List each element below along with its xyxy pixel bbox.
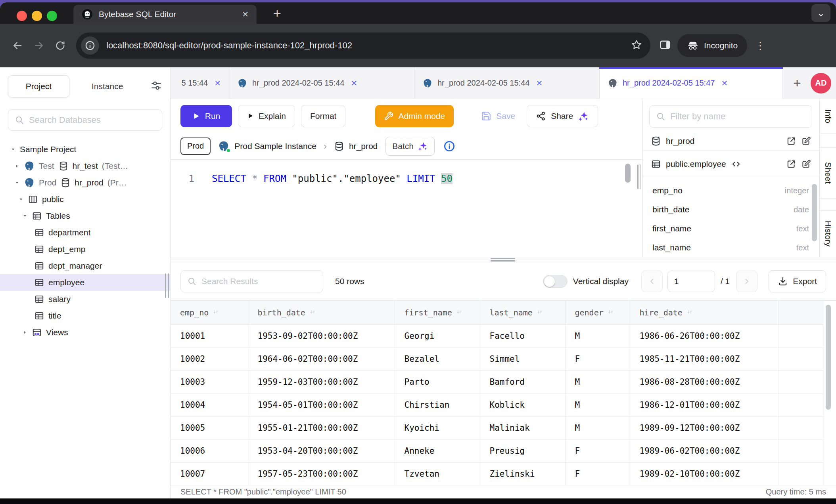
minimize-window-button[interactable] <box>32 11 42 21</box>
cell-last_name[interactable]: Koblick <box>480 393 565 416</box>
cell-last_name[interactable]: Preusig <box>480 439 565 462</box>
sort-icon[interactable] <box>686 309 693 316</box>
caret-right-icon[interactable] <box>14 163 20 169</box>
browser-tab[interactable]: Bytebase SQL Editor ✕ <box>73 5 257 24</box>
tree-item-test-database[interactable]: Test hr_test (Test… <box>8 158 162 174</box>
cell-first_name[interactable]: Kyoichi <box>395 416 480 439</box>
cell-hire_date[interactable]: 1989-09-12T00:00:00Z <box>630 416 778 439</box>
tab-history[interactable]: History <box>820 210 836 257</box>
tree-item-table-department[interactable]: department <box>8 224 162 241</box>
cell-birth_date[interactable]: 1954-05-01T00:00:00Z <box>248 393 395 416</box>
tab-instance[interactable]: Instance <box>92 82 123 91</box>
cell-last_name[interactable]: Zielinski <box>480 462 565 485</box>
cell-gender[interactable]: F <box>565 347 630 370</box>
tree-item-table-dept_manager[interactable]: dept_manager <box>8 258 162 274</box>
results-scrollbar[interactable] <box>823 301 833 485</box>
close-sheet-icon[interactable]: ✕ <box>351 78 357 88</box>
close-sheet-icon[interactable]: ✕ <box>214 78 221 88</box>
site-info-icon[interactable] <box>81 36 99 55</box>
cell-first_name[interactable]: Parto <box>395 370 480 393</box>
tree-item-views-group[interactable]: Views <box>8 324 162 341</box>
admin-mode-button[interactable]: Admin mode <box>375 105 454 127</box>
forward-button[interactable] <box>30 37 48 54</box>
user-avatar[interactable]: AD <box>811 73 831 94</box>
database-search-input[interactable] <box>29 115 155 125</box>
page-number-input[interactable] <box>667 271 715 292</box>
url-text[interactable]: localhost:8080/sql-editor/prod-sample-in… <box>106 40 631 51</box>
cell-birth_date[interactable]: 1955-01-21T00:00:00Z <box>248 416 395 439</box>
caret-down-icon[interactable] <box>18 197 24 202</box>
caret-down-icon[interactable] <box>14 180 20 185</box>
cell-birth_date[interactable]: 1957-05-23T00:00:00Z <box>248 462 395 485</box>
save-button[interactable]: Save <box>476 105 521 127</box>
new-sheet-button[interactable]: + <box>789 75 805 91</box>
tree-item-table-employee[interactable]: employee <box>0 274 170 291</box>
tree-item-table-salary[interactable]: salary <box>8 291 162 307</box>
column-header-last_name[interactable]: last_name <box>480 301 565 325</box>
cell-first_name[interactable]: Anneke <box>395 439 480 462</box>
bookmark-star-icon[interactable] <box>631 39 642 52</box>
column-header-first_name[interactable]: first_name <box>395 301 480 325</box>
cell-gender[interactable]: M <box>565 370 630 393</box>
table-row[interactable]: 100061953-04-20T00:00:00ZAnnekePreusigF1… <box>171 439 823 462</box>
edit-icon[interactable] <box>801 136 811 146</box>
tree-item-project[interactable]: Sample Project <box>8 141 162 158</box>
sort-icon[interactable] <box>309 309 316 316</box>
cell-last_name[interactable]: Bamford <box>480 370 565 393</box>
sheet-tab-1[interactable]: 5 15:44 ✕ <box>171 67 229 99</box>
open-external-icon[interactable] <box>786 136 796 146</box>
cell-birth_date[interactable]: 1953-04-20T00:00:00Z <box>248 439 395 462</box>
table-row[interactable]: 100071957-05-23T00:00:00ZTzvetanZielinsk… <box>171 462 823 485</box>
cell-hire_date[interactable]: 1986-08-28T00:00:00Z <box>630 370 778 393</box>
tree-item-prod-database[interactable]: Prod hr_prod (Pr… <box>8 174 162 191</box>
schema-column[interactable]: emp_no integer <box>652 181 809 200</box>
tab-sheet[interactable]: Sheet <box>820 147 836 199</box>
sheet-tab-3[interactable]: hr_prod 2024-02-05 15:44 ✕ <box>414 67 600 99</box>
schema-table-row[interactable]: public.employee <box>643 151 819 177</box>
schema-scrollbar[interactable] <box>812 184 817 241</box>
run-button[interactable]: Run <box>180 105 232 127</box>
address-bar[interactable]: localhost:8080/sql-editor/prod-sample-in… <box>76 32 650 59</box>
sheet-tab-2[interactable]: hr_prod 2024-02-05 15:44 ✕ <box>229 67 414 99</box>
cell-hire_date[interactable]: 1986-06-26T00:00:00Z <box>630 325 778 347</box>
cell-last_name[interactable]: Facello <box>480 325 565 347</box>
results-search[interactable] <box>180 270 323 292</box>
sort-icon[interactable] <box>537 309 543 316</box>
new-browser-tab-button[interactable]: + <box>268 4 286 22</box>
previous-page-button[interactable] <box>641 271 663 292</box>
cell-emp_no[interactable]: 10001 <box>171 325 248 347</box>
filter-settings-icon[interactable] <box>150 80 162 93</box>
sort-icon[interactable] <box>213 309 219 316</box>
schema-filter-input[interactable] <box>670 111 805 122</box>
divider-handle-icon[interactable] <box>491 258 515 262</box>
tree-item-table-title[interactable]: title <box>8 307 162 324</box>
tab-project[interactable]: Project <box>8 75 69 97</box>
sheet-tab-4-active[interactable]: hr_prod 2024-02-05 15:47 ✕ <box>600 67 783 99</box>
format-button[interactable]: Format <box>301 105 346 127</box>
tree-item-table-dept_emp[interactable]: dept_emp <box>8 241 162 258</box>
open-external-icon[interactable] <box>786 159 796 169</box>
cell-birth_date[interactable]: 1959-12-03T00:00:00Z <box>248 370 395 393</box>
table-row[interactable]: 100031959-12-03T00:00:00ZPartoBamfordM19… <box>171 370 823 393</box>
cell-first_name[interactable]: Bezalel <box>395 347 480 370</box>
cell-first_name[interactable]: Georgi <box>395 325 480 347</box>
cell-emp_no[interactable]: 10006 <box>171 439 248 462</box>
cell-first_name[interactable]: Chirstian <box>395 393 480 416</box>
cell-birth_date[interactable]: 1953-09-02T00:00:00Z <box>248 325 395 347</box>
cell-emp_no[interactable]: 10003 <box>171 370 248 393</box>
cell-gender[interactable]: M <box>565 393 630 416</box>
edit-icon[interactable] <box>801 159 811 169</box>
tree-item-tables-group[interactable]: Tables <box>8 208 162 224</box>
cell-last_name[interactable]: Simmel <box>480 347 565 370</box>
cell-hire_date[interactable]: 1989-02-10T00:00:00Z <box>630 462 778 485</box>
side-panel-icon[interactable] <box>659 39 671 52</box>
table-row[interactable]: 100021964-06-02T00:00:00ZBezalelSimmelF1… <box>171 347 823 370</box>
code-icon[interactable] <box>731 159 741 169</box>
connection-info-icon[interactable] <box>443 140 455 152</box>
back-button[interactable] <box>9 37 26 54</box>
tab-search-button[interactable]: ⌄ <box>811 4 830 22</box>
browser-menu-icon[interactable]: ⋮ <box>755 40 765 52</box>
table-row[interactable]: 100011953-09-02T00:00:00ZGeorgiFacelloM1… <box>171 325 823 347</box>
export-button[interactable]: Export <box>769 270 826 292</box>
results-search-input[interactable] <box>201 277 316 286</box>
